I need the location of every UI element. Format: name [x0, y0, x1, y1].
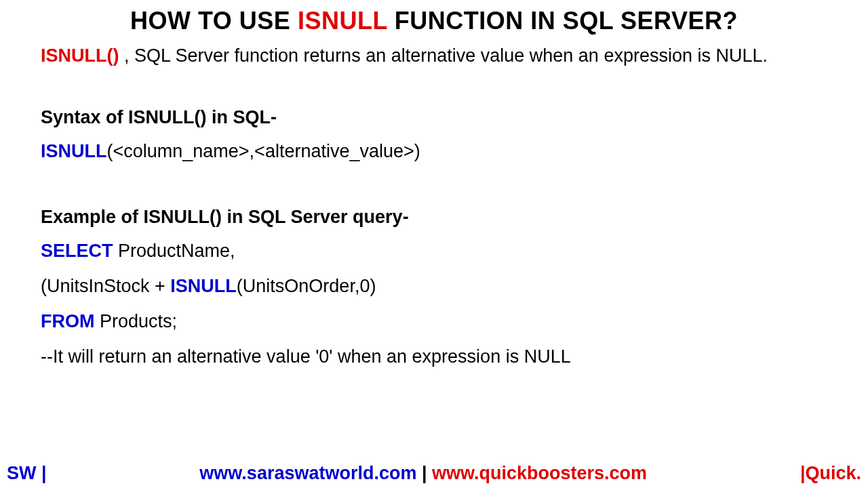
syntax-line: ISNULL(<column_name>,<alternative_value>… [41, 138, 827, 166]
title-pre: HOW TO USE [130, 7, 298, 35]
intro-paragraph: ISNULL() , SQL Server function returns a… [41, 43, 827, 68]
footer-left: SW | [7, 463, 47, 484]
document-page: HOW TO USE ISNULL FUNCTION IN SQL SERVER… [0, 0, 868, 371]
title-keyword: ISNULL [298, 7, 387, 35]
title-post: FUNCTION IN SQL SERVER? [387, 7, 738, 35]
footer-right: |Quick. [800, 463, 861, 484]
syntax-heading: Syntax of ISNULL() in SQL- [41, 107, 827, 128]
spacer [41, 173, 827, 207]
footer-url-1: www.saraswatworld.com [199, 463, 416, 483]
select-columns: ProductName, [113, 241, 235, 261]
example-line-2: (UnitsInStock + ISNULL(UnitsOnOrder,0) [41, 272, 827, 301]
intro-keyword: ISNULL() [41, 45, 119, 66]
syntax-args: (<column_name>,<alternative_value>) [107, 141, 420, 161]
example-line-3: FROM Products; [41, 308, 827, 336]
example-comment: --It will return an alternative value '0… [41, 343, 827, 371]
syntax-keyword: ISNULL [41, 141, 107, 161]
example-line-1: SELECT ProductName, [41, 237, 827, 266]
expr-pre: (UnitsInStock + [41, 276, 170, 296]
example-heading: Example of ISNULL() in SQL Server query- [41, 207, 827, 228]
footer-url-2: www.quickboosters.com [432, 463, 647, 483]
expr-post: (UnitsOnOrder,0) [237, 276, 376, 296]
footer-center: www.saraswatworld.com | www.quickbooster… [47, 463, 800, 484]
footer-separator: | [416, 463, 432, 483]
intro-text: , SQL Server function returns an alterna… [119, 45, 768, 66]
isnull-keyword: ISNULL [170, 276, 237, 296]
select-keyword: SELECT [41, 241, 113, 261]
page-title: HOW TO USE ISNULL FUNCTION IN SQL SERVER… [41, 7, 827, 35]
footer-bar: SW | www.saraswatworld.com | www.quickbo… [0, 463, 868, 484]
from-keyword: FROM [41, 311, 94, 331]
from-table: Products; [94, 311, 177, 331]
